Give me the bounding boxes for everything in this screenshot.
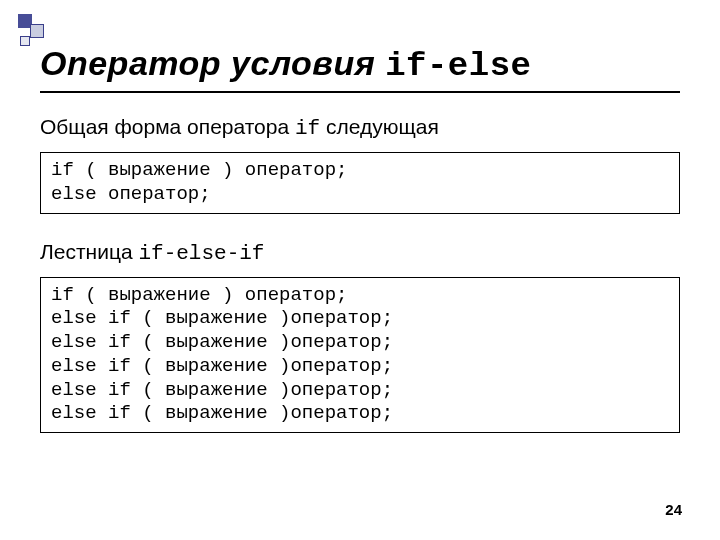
code-block-ladder: if ( выражение ) оператор; else if ( выр…: [40, 277, 680, 434]
decor-square: [30, 24, 44, 38]
intro-text-pre: Общая форма оператора: [40, 115, 295, 138]
section-code: if-else-if: [138, 242, 264, 265]
intro-text-post: следующая: [320, 115, 439, 138]
section-text: Лестница: [40, 240, 138, 263]
page-number: 24: [665, 501, 682, 518]
title-code: if-else: [385, 47, 531, 85]
intro-code: if: [295, 117, 320, 140]
title-text: Оператор условия: [40, 44, 385, 82]
code-block-general-form: if ( выражение ) оператор; else оператор…: [40, 152, 680, 214]
title-underline: [40, 91, 680, 93]
section-heading-ladder: Лестница if-else-if: [40, 240, 680, 265]
intro-paragraph: Общая форма оператора if следующая: [40, 115, 680, 140]
page-title: Оператор условия if-else: [40, 44, 680, 85]
decor-square: [20, 36, 30, 46]
slide-content: Оператор условия if-else Общая форма опе…: [0, 0, 720, 433]
